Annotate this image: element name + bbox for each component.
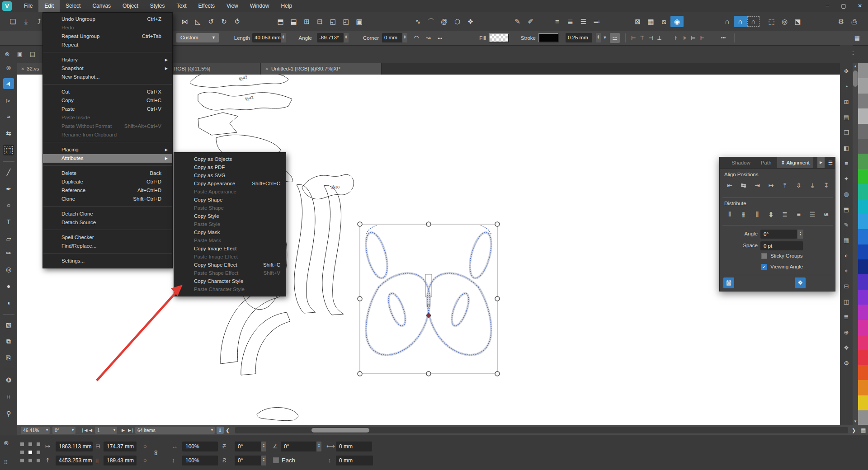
color-swatch[interactable]: [858, 199, 868, 214]
color-swatch[interactable]: [858, 380, 868, 395]
vertical-scrollbar[interactable]: ▲ ▼: [853, 63, 858, 425]
page-align-icon[interactable]: ▤: [723, 277, 734, 288]
color-picker-tool[interactable]: ❂: [3, 375, 14, 385]
fill-swatch[interactable]: [489, 33, 509, 42]
align-edge-v-icon[interactable]: ↧: [820, 180, 833, 191]
blob-tool[interactable]: ●: [3, 281, 14, 291]
tab-path[interactable]: Path: [756, 157, 776, 168]
distribute-bottom-icon[interactable]: ☰: [806, 209, 819, 220]
detail-list-icon[interactable]: ≣: [564, 16, 577, 27]
color-swatch[interactable]: [858, 290, 868, 305]
panel-symbols-icon[interactable]: ❖: [842, 343, 851, 352]
edit-menu-item-spell-checker[interactable]: Spell Checker: [43, 233, 172, 242]
distribute-top-icon[interactable]: ≣: [778, 209, 791, 220]
panel-layers-icon[interactable]: ❒: [842, 128, 851, 137]
panel-align-icon[interactable]: ⌖: [842, 267, 851, 276]
distribute-middle-icon[interactable]: ≡: [793, 209, 805, 220]
width-field[interactable]: 174.37 mm: [104, 442, 137, 451]
line-tool[interactable]: ╱: [3, 167, 14, 178]
submenu-item-copy-as-svg[interactable]: Copy as SVG: [174, 171, 286, 179]
offset-x-field[interactable]: 0 mm: [336, 442, 372, 451]
warp-fan-tool[interactable]: ◖: [3, 297, 14, 308]
shape-edit-tool[interactable]: ▱: [3, 233, 14, 244]
submenu-item-copy-shape[interactable]: Copy Shape: [174, 196, 286, 204]
submenu-item-copy-style[interactable]: Copy Style: [174, 212, 286, 220]
items-count-select[interactable]: 64 items ▾: [135, 427, 215, 434]
maximize-button[interactable]: ▢: [835, 0, 852, 12]
open-document-icon[interactable]: ⤓: [19, 16, 33, 27]
edit-menu-item-cut[interactable]: CutCtrl+X: [43, 88, 172, 96]
marquee-tool[interactable]: ⬚: [3, 145, 14, 155]
panel-swatches-icon[interactable]: ▤: [842, 113, 851, 122]
menu-file[interactable]: File: [18, 0, 38, 12]
edit-menu-item-repeat-ungroup[interactable]: Repeat UngroupCtrl+Tab: [43, 32, 172, 41]
frame-icon[interactable]: ⬚: [765, 16, 778, 27]
new-document-icon[interactable]: ❏: [6, 16, 19, 27]
edit-menu-item-snapshot[interactable]: Snapshot▶: [43, 64, 172, 73]
stroke-align-2-icon[interactable]: ⊤: [638, 33, 646, 43]
subtract-icon[interactable]: ⬓: [287, 16, 300, 27]
color-swatch[interactable]: [858, 154, 868, 169]
more-stroke-options-icon[interactable]: •••: [718, 33, 729, 43]
wave-icon[interactable]: ∿: [411, 16, 425, 27]
color-swatch[interactable]: [858, 78, 868, 93]
color-swatch[interactable]: [858, 320, 868, 335]
panel-appearance-icon[interactable]: ◧: [842, 144, 851, 153]
envelope-icon[interactable]: ⊠: [631, 16, 644, 27]
zoom-level-select[interactable]: 46.41% ▾: [21, 427, 50, 434]
corner-round-icon[interactable]: ◠: [410, 33, 422, 43]
arc-icon[interactable]: ⌒: [425, 16, 438, 27]
menu-select[interactable]: Select: [60, 0, 86, 12]
panel-lines-icon[interactable]: ≣: [842, 313, 851, 322]
submenu-item-copy-as-pdf[interactable]: Copy as PDF: [174, 163, 286, 171]
edit-menu-item-detach-source[interactable]: Detach Source: [43, 218, 172, 227]
stroke-cap-1-icon[interactable]: ⊦: [672, 33, 680, 43]
skew-x-stepper[interactable]: ▲▼: [261, 442, 266, 451]
edit-menu-item-paste[interactable]: PasteCtrl+V: [43, 105, 172, 113]
color-swatch[interactable]: [858, 124, 868, 139]
length-stepper[interactable]: ▲▼: [281, 33, 286, 42]
distribute-gap-v-icon[interactable]: ≋: [820, 209, 833, 220]
rotate-ccw-icon[interactable]: ↺: [204, 16, 217, 27]
angle-field[interactable]: -89.713°: [317, 33, 344, 42]
color-swatch[interactable]: [858, 169, 868, 184]
close-panel-icon[interactable]: ⊗: [4, 438, 9, 448]
next-tab-icon[interactable]: ▶: [817, 157, 825, 168]
more-options-icon[interactable]: •••: [434, 33, 446, 43]
shape-clip-icon[interactable]: ⬔: [791, 16, 804, 27]
tab-shadow[interactable]: Shadow: [728, 157, 754, 168]
align-bottom-icon[interactable]: ⤓: [806, 180, 819, 191]
rotation-stepper[interactable]: ▲▼: [316, 442, 321, 451]
stroke-width-stepper[interactable]: ▲▼: [596, 33, 601, 42]
stroke-align-1-icon[interactable]: ⊢: [629, 33, 638, 43]
stroke-preset-caret[interactable]: ▼: [602, 33, 608, 42]
menu-text[interactable]: Text: [170, 0, 192, 12]
merge-icon[interactable]: ▣: [353, 16, 366, 27]
rotate-copy-icon[interactable]: ⥀: [231, 16, 244, 27]
scrollbar-thumb[interactable]: [311, 428, 369, 432]
stroke-align-4-icon[interactable]: ⊥: [655, 33, 664, 43]
download-state-icon[interactable]: ⇓: [217, 427, 224, 434]
color-swatch[interactable]: [858, 395, 868, 410]
compose-icon[interactable]: ✎: [511, 16, 524, 27]
list-view-icon[interactable]: ≡: [551, 16, 564, 27]
pages-panel-icon[interactable]: ▤: [28, 50, 37, 59]
color-swatch[interactable]: [858, 94, 868, 108]
close-tab-icon[interactable]: ✕: [265, 63, 269, 75]
next-page-button[interactable]: ▶: [122, 427, 125, 434]
proportional-icon[interactable]: ○: [143, 456, 147, 465]
select-tool[interactable]: ➤: [3, 78, 14, 89]
last-page-button[interactable]: ▶❘: [128, 427, 134, 434]
edit-menu-item-attributes[interactable]: Attributes▶: [43, 154, 172, 163]
color-swatch[interactable]: [858, 139, 868, 154]
menu-edit[interactable]: Edit: [38, 0, 60, 12]
color-swatch[interactable]: [858, 108, 868, 123]
align-edge-h-icon[interactable]: ↦: [765, 180, 778, 191]
stroke-options-icon[interactable]: ⚍: [610, 33, 620, 43]
gradient-tool[interactable]: ▧: [3, 320, 14, 330]
submenu-item-copy-image-effect[interactable]: Copy Image Effect: [174, 244, 286, 253]
menu-help[interactable]: Help: [275, 0, 298, 12]
scrollbar-thumb[interactable]: [853, 70, 858, 87]
color-swatch[interactable]: [858, 63, 868, 78]
link-dimensions-icon[interactable]: ∞: [153, 448, 158, 458]
